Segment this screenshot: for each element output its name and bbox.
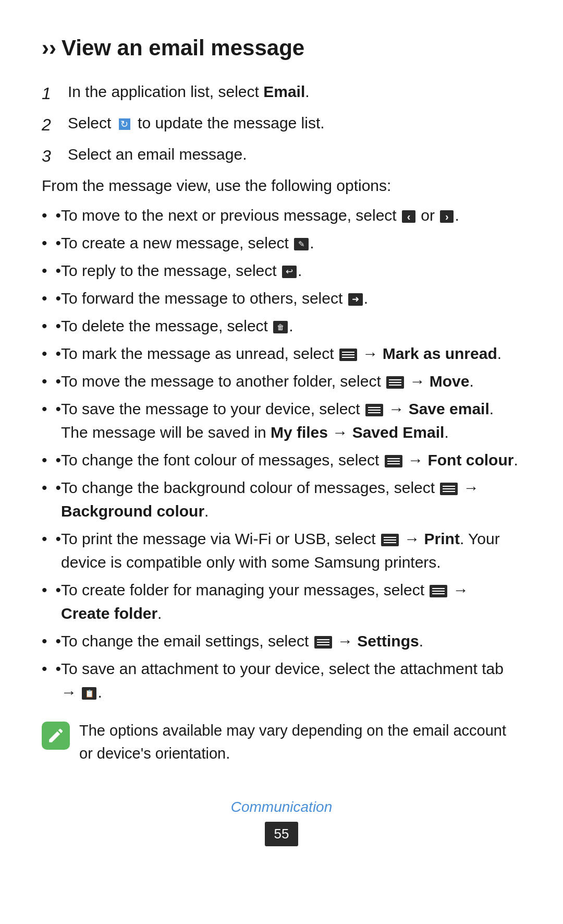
menu-icon-9 [385, 455, 402, 467]
menu-icon-12 [430, 585, 447, 597]
menu-icon-10 [440, 483, 458, 495]
reply-icon: ↩ [282, 266, 297, 278]
bullet-marker: • [56, 203, 62, 227]
list-item: • To change the background colour of mes… [42, 476, 521, 523]
menu-icon-8 [365, 404, 383, 416]
list-item: • To save the message to your device, se… [42, 397, 521, 444]
bullet-marker: • [56, 657, 62, 680]
list-item: • To change the font colour of messages,… [42, 448, 521, 472]
step-text-1: In the application list, select Email. [68, 80, 310, 106]
menu-icon-13 [314, 636, 332, 649]
bullet-text-7: To move the message to another folder, s… [61, 369, 521, 393]
bullet-text-3: To reply to the message, select ↩. [61, 259, 521, 282]
bullet-marker: • [56, 527, 62, 550]
step-1: 1 In the application list, select Email. [42, 80, 521, 106]
bullet-marker: • [56, 578, 62, 602]
step-number-2: 2 [42, 111, 60, 137]
bullet-text-12: To create folder for managing your messa… [61, 578, 521, 625]
bullet-marker: • [56, 397, 62, 421]
list-item: • To save an attachment to your device, … [42, 657, 521, 704]
forward-icon: ➜ [348, 293, 363, 306]
bullet-marker: • [56, 314, 62, 338]
footer-label: Communication [42, 796, 521, 818]
list-item: • To print the message via Wi-Fi or USB,… [42, 527, 521, 574]
list-item: • To reply to the message, select ↩. [42, 259, 521, 282]
menu-icon-11 [381, 534, 399, 546]
bullet-text-13: To change the email settings, select → S… [61, 629, 521, 653]
step-text-2: Select to update the message list. [68, 111, 325, 137]
bullet-text-1: To move to the next or previous message,… [61, 203, 521, 227]
bullet-text-8: To save the message to your device, sele… [61, 397, 521, 444]
page-title: ›› View an email message [42, 31, 521, 64]
bullet-marker: • [56, 286, 62, 310]
delete-icon: 🗑 [273, 321, 288, 333]
step-text-3: Select an email message. [68, 142, 247, 169]
compose-icon: ✎ [294, 238, 309, 250]
list-item: • To create folder for managing your mes… [42, 578, 521, 625]
bullet-text-5: To delete the message, select 🗑. [61, 314, 521, 338]
title-text: View an email message [62, 31, 304, 64]
bullet-text-2: To create a new message, select ✎. [61, 231, 521, 255]
bullet-text-4: To forward the message to others, select… [61, 286, 521, 310]
list-item: • To change the email settings, select →… [42, 629, 521, 653]
footer: Communication 55 [42, 796, 521, 846]
nav-right-icon [440, 210, 454, 223]
bullet-text-9: To change the font colour of messages, s… [61, 448, 521, 472]
bullet-marker: • [56, 448, 62, 472]
options-intro: From the message view, use the following… [42, 174, 521, 197]
bullet-text-6: To mark the message as unread, select → … [61, 342, 521, 365]
step-2: 2 Select to update the message list. [42, 111, 521, 137]
refresh-icon [117, 117, 132, 131]
bullet-marker: • [56, 369, 62, 393]
bullet-text-14: To save an attachment to your device, se… [61, 657, 521, 704]
footer-page: 55 [265, 822, 299, 846]
bullet-marker: • [56, 342, 62, 365]
list-item: • To create a new message, select ✎. [42, 231, 521, 255]
bullet-list: • To move to the next or previous messag… [42, 203, 521, 704]
list-item: • To delete the message, select 🗑. [42, 314, 521, 338]
list-item: • To forward the message to others, sele… [42, 286, 521, 310]
save-attachment-icon: 📋 [82, 687, 96, 700]
step-3: 3 Select an email message. [42, 142, 521, 169]
chevron-icon: ›› [42, 31, 56, 64]
step-number-3: 3 [42, 142, 60, 169]
bullet-marker: • [56, 629, 62, 653]
note-pencil-icon [47, 727, 65, 745]
list-item: • To mark the message as unread, select … [42, 342, 521, 365]
nav-left-icon [402, 210, 415, 223]
bullet-marker: • [56, 231, 62, 255]
bullet-marker: • [56, 259, 62, 282]
list-item: • To move the message to another folder,… [42, 369, 521, 393]
step-number-1: 1 [42, 80, 60, 106]
bullet-text-11: To print the message via Wi-Fi or USB, s… [61, 527, 521, 574]
note-text: The options available may vary depending… [79, 719, 521, 765]
list-item: • To move to the next or previous messag… [42, 203, 521, 227]
note-icon [42, 722, 70, 750]
menu-icon-7 [386, 376, 404, 389]
bullet-text-10: To change the background colour of messa… [61, 476, 521, 523]
bullet-marker: • [56, 476, 62, 499]
note-box: The options available may vary depending… [42, 719, 521, 765]
menu-icon-6 [339, 349, 357, 361]
